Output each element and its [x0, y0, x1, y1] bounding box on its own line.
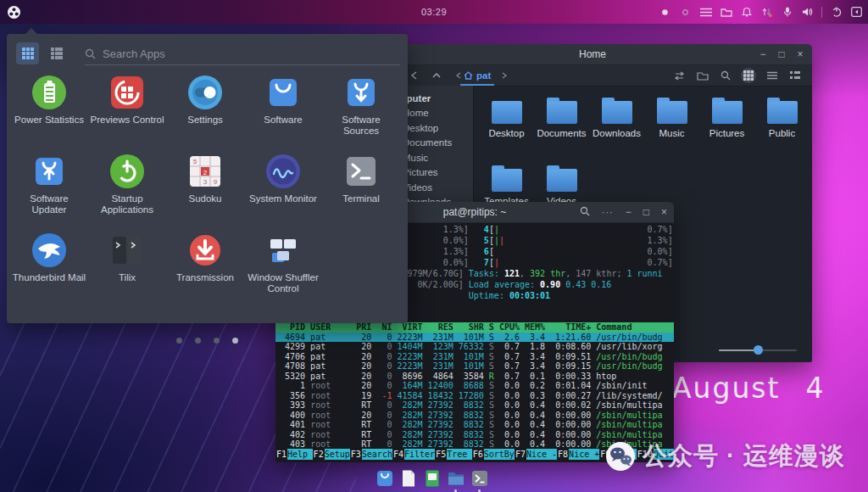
- app-software[interactable]: Software: [244, 72, 322, 151]
- fkey-nice[interactable]: F8Nice +: [557, 449, 599, 460]
- app-label: Window Shuffler Control: [244, 272, 322, 294]
- dock-doc-white[interactable]: [399, 469, 418, 488]
- page-dot-2[interactable]: [195, 338, 201, 344]
- dock-terminal[interactable]: [470, 469, 489, 488]
- htop-process-row[interactable]: 401 root RT 0 282M 27392 8832 S 0.0 0.4 …: [275, 420, 674, 430]
- app-previews-control[interactable]: Previews Control: [88, 72, 166, 151]
- file-manager-titlebar[interactable]: Home − □ ×: [373, 44, 812, 65]
- htop-process-row[interactable]: 5320 pat 20 0 8696 4864 3584 R 0.7 0.1 0…: [275, 372, 674, 382]
- app-sudoku[interactable]: 2539Sudoku: [166, 151, 244, 230]
- category-view-button[interactable]: [45, 42, 68, 64]
- htop-process-row[interactable]: 393 root RT 0 282M 27392 8832 S 0.0 0.4 …: [275, 400, 674, 411]
- speaker-icon[interactable]: [801, 6, 814, 19]
- bag-up-icon: [31, 153, 68, 190]
- fkey-search[interactable]: F3Search: [350, 449, 392, 460]
- folder-icon: [767, 101, 798, 124]
- grid-view-icon: [21, 47, 35, 60]
- folder-documents[interactable]: Documents: [534, 89, 589, 157]
- app-label: Terminal: [322, 193, 400, 204]
- app-software-sources[interactable]: Software Sources: [322, 72, 400, 151]
- bell-icon[interactable]: [740, 6, 753, 19]
- app-thunderbird-mail[interactable]: Thunderbird Mail: [10, 230, 88, 309]
- shuffler-icon: [264, 232, 302, 269]
- power-icon[interactable]: [830, 6, 843, 19]
- dot-off-icon[interactable]: [679, 6, 692, 19]
- maximize-button[interactable]: □: [776, 45, 787, 64]
- network-icon[interactable]: [760, 6, 773, 19]
- folder-icon: [712, 101, 743, 124]
- dock-files[interactable]: [447, 469, 465, 488]
- htop-process-row[interactable]: 402 root RT 0 282M 27392 8832 S 0.0 0.4 …: [275, 430, 674, 440]
- date-month: August: [672, 372, 780, 405]
- path-next-icon[interactable]: [497, 68, 512, 83]
- search-field[interactable]: Search Apps: [85, 42, 400, 65]
- bag-down-icon: [342, 74, 380, 111]
- folder-pictures[interactable]: Pictures: [699, 89, 754, 157]
- dock-software[interactable]: [376, 469, 394, 488]
- page-dot-3[interactable]: [214, 338, 220, 344]
- back-icon[interactable]: [407, 68, 422, 83]
- folder-downloads[interactable]: Downloads: [589, 89, 644, 157]
- grid-view-button[interactable]: [16, 42, 39, 64]
- search-icon[interactable]: [718, 68, 733, 83]
- folder-desktop[interactable]: Desktop: [479, 89, 534, 157]
- search-icon: [85, 48, 96, 59]
- app-startup-applications[interactable]: Startup Applications: [88, 151, 166, 230]
- fkey-sortby[interactable]: F6SortBy: [472, 449, 515, 460]
- fkey-tree[interactable]: F5Tree: [435, 449, 472, 460]
- app-system-monitor[interactable]: System Monitor: [244, 151, 322, 230]
- page-dot-1[interactable]: [176, 338, 182, 344]
- folder-music[interactable]: Music: [644, 89, 699, 157]
- search-icon[interactable]: [580, 204, 590, 220]
- app-power-statistics[interactable]: Power Statistics: [10, 72, 88, 151]
- volume-slider[interactable]: [719, 343, 804, 358]
- menu-lines-icon[interactable]: [699, 6, 712, 19]
- app-label: Software Sources: [322, 115, 400, 137]
- new-folder-icon[interactable]: [695, 68, 710, 83]
- mic-icon[interactable]: [781, 6, 793, 19]
- close-button[interactable]: ×: [661, 206, 667, 218]
- view-compact-icon[interactable]: [787, 68, 803, 83]
- tray-expand-icon[interactable]: [850, 6, 863, 19]
- app-software-updater[interactable]: Software Updater: [10, 151, 88, 230]
- htop-process-row[interactable]: 4706 pat 20 0 2223M 231M 101M S 0.7 3.4 …: [275, 352, 674, 362]
- watermark-text: 公众号 · 运维漫谈: [643, 439, 845, 473]
- startup-icon: [108, 153, 146, 190]
- app-transmission[interactable]: Transmission: [166, 230, 244, 309]
- fkey-filter[interactable]: F4Filter: [392, 449, 435, 460]
- files-icon[interactable]: [720, 6, 732, 19]
- swap-icon[interactable]: [671, 68, 687, 83]
- fkey-setup[interactable]: F2Setup: [313, 449, 350, 460]
- minimize-button[interactable]: −: [626, 206, 632, 218]
- maximize-button[interactable]: □: [643, 206, 649, 218]
- htop-table-header[interactable]: PID USER PRI NI VIRT RES SHR S CPU% MEM%…: [275, 322, 674, 333]
- htop-process-row[interactable]: 4708 pat 20 0 2223M 231M 101M S 0.7 3.4 …: [275, 361, 674, 372]
- dock: [376, 469, 489, 488]
- up-icon[interactable]: [429, 68, 444, 83]
- settings-icon: [186, 74, 224, 111]
- close-button[interactable]: ×: [795, 45, 805, 64]
- volume-knob[interactable]: [754, 345, 763, 355]
- fkey-nice[interactable]: F7Nice -: [515, 449, 557, 460]
- app-window-shuffler-control[interactable]: Window Shuffler Control: [244, 230, 322, 309]
- dot-on-icon[interactable]: [659, 6, 671, 19]
- app-settings[interactable]: Settings: [166, 72, 244, 151]
- app-terminal[interactable]: Terminal: [322, 151, 400, 230]
- app-tilix[interactable]: Tilix: [88, 230, 166, 309]
- dock-doc-green[interactable]: [423, 469, 442, 488]
- fkey-help[interactable]: F1Help: [275, 449, 313, 460]
- app-label: System Monitor: [244, 193, 322, 204]
- previews-icon: [108, 74, 146, 111]
- htop-process-row[interactable]: 400 root 20 0 282M 27392 8832 S 0.0 0.4 …: [275, 411, 674, 421]
- view-grid-icon[interactable]: [741, 68, 756, 83]
- htop-process-row[interactable]: 356 root 19 -1 41584 18432 17280 S 0.0 0…: [275, 391, 674, 401]
- page-dot-4[interactable]: [232, 338, 238, 344]
- view-list-icon[interactable]: [765, 68, 780, 83]
- minimize-button[interactable]: −: [758, 45, 768, 64]
- htop-process-row[interactable]: 1 root 20 0 164M 12400 8688 S 0.0 0.2 0:…: [275, 381, 674, 391]
- path-tab-home[interactable]: pat: [460, 67, 494, 86]
- bag-icon: [264, 74, 302, 111]
- folder-icon: [602, 101, 632, 124]
- folder-public[interactable]: Public: [754, 89, 810, 157]
- menu-dots-icon[interactable]: ···: [602, 207, 614, 217]
